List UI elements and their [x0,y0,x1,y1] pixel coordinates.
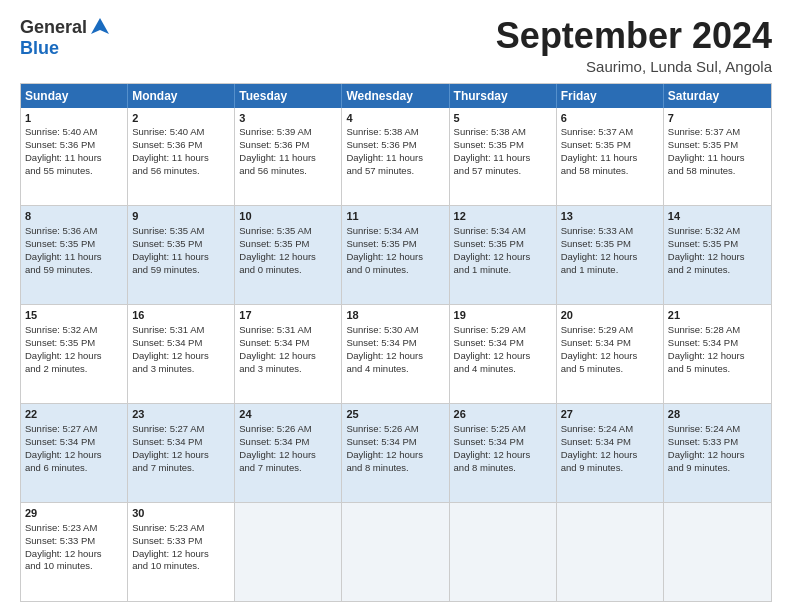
sunrise-text: Sunrise: 5:32 AM [25,324,97,335]
sunset-text: Sunset: 5:34 PM [132,436,202,447]
daylight-minutes: and 0 minutes. [346,264,408,275]
calendar-cell-7: 7Sunrise: 5:37 AMSunset: 5:35 PMDaylight… [664,108,771,206]
daylight-text: Daylight: 12 hours [668,251,745,262]
daylight-text: Daylight: 11 hours [132,152,209,163]
daylight-minutes: and 4 minutes. [454,363,516,374]
sunrise-text: Sunrise: 5:36 AM [25,225,97,236]
daylight-text: Daylight: 11 hours [346,152,423,163]
calendar-cell-10: 10Sunrise: 5:35 AMSunset: 5:35 PMDayligh… [235,206,342,304]
calendar-cell-2: 2Sunrise: 5:40 AMSunset: 5:36 PMDaylight… [128,108,235,206]
day-number: 29 [25,506,123,521]
sunrise-text: Sunrise: 5:35 AM [132,225,204,236]
day-number: 11 [346,209,444,224]
calendar-cell-27: 27Sunrise: 5:24 AMSunset: 5:34 PMDayligh… [557,404,664,502]
sunrise-text: Sunrise: 5:39 AM [239,126,311,137]
daylight-minutes: and 57 minutes. [454,165,522,176]
sunset-text: Sunset: 5:33 PM [132,535,202,546]
sunrise-text: Sunrise: 5:34 AM [346,225,418,236]
calendar-header-sunday: Sunday [21,84,128,108]
calendar-cell-19: 19Sunrise: 5:29 AMSunset: 5:34 PMDayligh… [450,305,557,403]
daylight-text: Daylight: 11 hours [25,152,102,163]
calendar-cell-28: 28Sunrise: 5:24 AMSunset: 5:33 PMDayligh… [664,404,771,502]
daylight-minutes: and 5 minutes. [668,363,730,374]
day-number: 5 [454,111,552,126]
calendar-cell-26: 26Sunrise: 5:25 AMSunset: 5:34 PMDayligh… [450,404,557,502]
sunset-text: Sunset: 5:33 PM [668,436,738,447]
day-number: 2 [132,111,230,126]
sunset-text: Sunset: 5:34 PM [25,436,95,447]
calendar-cell-29: 29Sunrise: 5:23 AMSunset: 5:33 PMDayligh… [21,503,128,601]
sunset-text: Sunset: 5:34 PM [561,337,631,348]
calendar-cell-empty [664,503,771,601]
daylight-minutes: and 3 minutes. [239,363,301,374]
daylight-text: Daylight: 11 hours [132,251,209,262]
daylight-minutes: and 0 minutes. [239,264,301,275]
daylight-text: Daylight: 12 hours [346,449,423,460]
sunrise-text: Sunrise: 5:29 AM [454,324,526,335]
daylight-text: Daylight: 12 hours [132,449,209,460]
sunrise-text: Sunrise: 5:27 AM [25,423,97,434]
calendar-cell-16: 16Sunrise: 5:31 AMSunset: 5:34 PMDayligh… [128,305,235,403]
daylight-minutes: and 57 minutes. [346,165,414,176]
calendar-cell-5: 5Sunrise: 5:38 AMSunset: 5:35 PMDaylight… [450,108,557,206]
daylight-minutes: and 1 minute. [454,264,512,275]
day-number: 14 [668,209,767,224]
sunset-text: Sunset: 5:35 PM [25,337,95,348]
sunrise-text: Sunrise: 5:26 AM [346,423,418,434]
day-number: 1 [25,111,123,126]
calendar-cell-30: 30Sunrise: 5:23 AMSunset: 5:33 PMDayligh… [128,503,235,601]
daylight-text: Daylight: 12 hours [454,251,531,262]
daylight-text: Daylight: 12 hours [239,251,316,262]
sunset-text: Sunset: 5:35 PM [346,238,416,249]
day-number: 26 [454,407,552,422]
calendar-cell-15: 15Sunrise: 5:32 AMSunset: 5:35 PMDayligh… [21,305,128,403]
daylight-text: Daylight: 12 hours [561,449,638,460]
daylight-minutes: and 9 minutes. [668,462,730,473]
daylight-minutes: and 55 minutes. [25,165,93,176]
daylight-text: Daylight: 12 hours [239,449,316,460]
logo-blue-text: Blue [20,38,59,59]
daylight-text: Daylight: 12 hours [132,350,209,361]
sunset-text: Sunset: 5:34 PM [346,436,416,447]
sunset-text: Sunset: 5:34 PM [668,337,738,348]
daylight-text: Daylight: 12 hours [25,449,102,460]
sunrise-text: Sunrise: 5:40 AM [25,126,97,137]
header: General Blue September 2024 Saurimo, Lun… [20,16,772,75]
sunset-text: Sunset: 5:34 PM [132,337,202,348]
calendar-cell-empty [342,503,449,601]
day-number: 3 [239,111,337,126]
sunrise-text: Sunrise: 5:32 AM [668,225,740,236]
day-number: 27 [561,407,659,422]
day-number: 17 [239,308,337,323]
daylight-text: Daylight: 12 hours [346,350,423,361]
sunrise-text: Sunrise: 5:24 AM [668,423,740,434]
sunset-text: Sunset: 5:36 PM [132,139,202,150]
day-number: 16 [132,308,230,323]
daylight-text: Daylight: 11 hours [25,251,102,262]
daylight-text: Daylight: 12 hours [239,350,316,361]
calendar-body: 1Sunrise: 5:40 AMSunset: 5:36 PMDaylight… [21,108,771,601]
sunrise-text: Sunrise: 5:23 AM [25,522,97,533]
day-number: 10 [239,209,337,224]
calendar-cell-17: 17Sunrise: 5:31 AMSunset: 5:34 PMDayligh… [235,305,342,403]
calendar-cell-12: 12Sunrise: 5:34 AMSunset: 5:35 PMDayligh… [450,206,557,304]
daylight-minutes: and 6 minutes. [25,462,87,473]
daylight-minutes: and 9 minutes. [561,462,623,473]
sunset-text: Sunset: 5:35 PM [668,238,738,249]
calendar-cell-24: 24Sunrise: 5:26 AMSunset: 5:34 PMDayligh… [235,404,342,502]
calendar-header-tuesday: Tuesday [235,84,342,108]
logo-general-text: General [20,17,87,38]
calendar-header-friday: Friday [557,84,664,108]
sunrise-text: Sunrise: 5:29 AM [561,324,633,335]
calendar-header-wednesday: Wednesday [342,84,449,108]
day-number: 19 [454,308,552,323]
sunset-text: Sunset: 5:34 PM [561,436,631,447]
logo: General Blue [20,16,111,59]
sunrise-text: Sunrise: 5:23 AM [132,522,204,533]
page: General Blue September 2024 Saurimo, Lun… [0,0,792,612]
sunset-text: Sunset: 5:35 PM [454,139,524,150]
day-number: 20 [561,308,659,323]
calendar-header-saturday: Saturday [664,84,771,108]
daylight-minutes: and 56 minutes. [132,165,200,176]
daylight-minutes: and 10 minutes. [132,560,200,571]
